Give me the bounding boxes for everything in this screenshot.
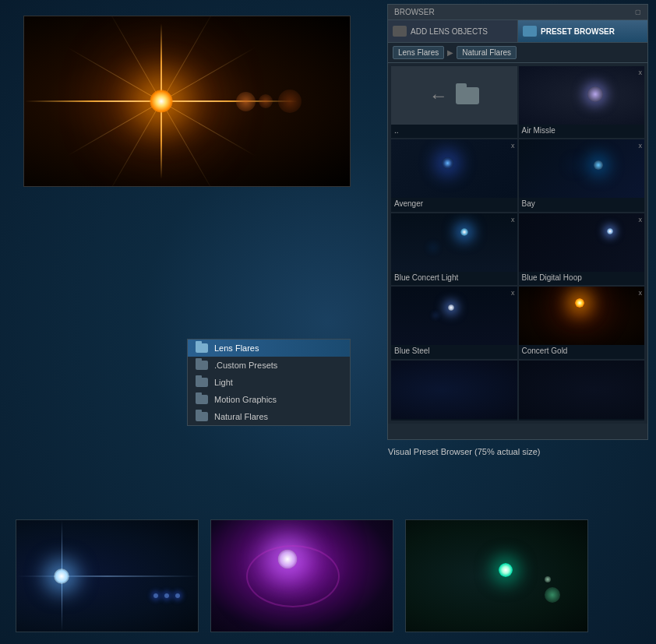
avenger-close-icon[interactable]: x bbox=[511, 142, 515, 150]
avenger-label: Avenger bbox=[391, 198, 517, 209]
dropdown-label-natural-flares: Natural Flares bbox=[214, 412, 268, 421]
bay-thumb bbox=[519, 139, 645, 198]
folder-icon-natural-flares bbox=[196, 412, 208, 421]
preset-browser-button[interactable]: PRESET BROWSER bbox=[518, 20, 647, 42]
dropdown-label-custom-presets: .Custom Presets bbox=[214, 361, 277, 370]
preset-grid[interactable]: ← .. x Air Missle x Avenger x Bay x Bl bbox=[388, 63, 647, 424]
browser-status-bar: Visual Preset Browser (75% actual size) bbox=[388, 447, 540, 456]
green-flare-bright bbox=[499, 563, 513, 577]
browser-status-text: Visual Preset Browser (75% actual size) bbox=[388, 447, 540, 456]
concert-gold-thumb bbox=[519, 287, 645, 345]
dropdown-item-natural-flares[interactable]: Natural Flares bbox=[188, 408, 350, 425]
pink-flare-ring bbox=[246, 545, 340, 607]
add-lens-button[interactable]: ADD LENS OBJECTS bbox=[388, 20, 518, 42]
blue-dot-3 bbox=[175, 593, 180, 598]
back-arrow-icon: ← bbox=[429, 85, 448, 107]
bottom-preview-green[interactable] bbox=[405, 519, 588, 632]
grid-item-bay[interactable]: x Bay bbox=[519, 139, 645, 211]
back-label: .. bbox=[391, 125, 517, 136]
blue-steel-thumb bbox=[391, 287, 517, 345]
blue-dot-1 bbox=[153, 593, 158, 598]
grid-item-concert-gold[interactable]: x Concert Gold bbox=[519, 287, 645, 358]
blue-concert-thumb bbox=[391, 213, 517, 272]
preset-browser-icon bbox=[523, 26, 537, 37]
browser-toolbar: ADD LENS OBJECTS PRESET BROWSER bbox=[388, 20, 647, 43]
grid-item-avenger[interactable]: x Avenger bbox=[391, 139, 517, 211]
bottom-previews bbox=[16, 519, 588, 632]
blue-star-ray-h bbox=[16, 575, 198, 576]
dropdown-item-custom-presets[interactable]: .Custom Presets bbox=[188, 357, 350, 374]
flare-orb-2 bbox=[259, 94, 273, 108]
concert-gold-close-icon[interactable]: x bbox=[639, 289, 643, 297]
dropdown-label-lens-flares: Lens Flares bbox=[214, 343, 259, 353]
breadcrumb-lens-flares[interactable]: Lens Flares bbox=[393, 46, 444, 59]
bay-label: Bay bbox=[519, 198, 645, 209]
blue-steel-label: Blue Steel bbox=[391, 345, 517, 357]
blue-digital-thumb bbox=[519, 213, 645, 272]
grid-item-blue-concert[interactable]: x Blue Concert Light bbox=[391, 213, 517, 285]
partial-thumb-1 bbox=[391, 361, 517, 419]
air-missile-label: Air Missle bbox=[519, 125, 645, 136]
breadcrumb-natural-flares[interactable]: Natural Flares bbox=[457, 46, 517, 59]
dropdown-item-light[interactable]: Light bbox=[188, 374, 350, 391]
folder-icon-light bbox=[196, 378, 208, 387]
blue-digital-close-icon[interactable]: x bbox=[639, 216, 643, 223]
grid-item-partial-2[interactable] bbox=[519, 361, 645, 421]
main-preview-canvas bbox=[24, 16, 350, 186]
breadcrumb-separator: ▶ bbox=[447, 48, 453, 57]
folder-icon-motion-graphics bbox=[196, 395, 208, 404]
blue-dot-2 bbox=[164, 593, 169, 598]
bottom-preview-pink[interactable] bbox=[210, 519, 393, 632]
browser-title-bar: BROWSER ▢ bbox=[388, 5, 647, 20]
grid-item-blue-digital[interactable]: x Blue Digital Hoop bbox=[519, 213, 645, 285]
avenger-thumb bbox=[391, 139, 517, 198]
folder-icon bbox=[456, 87, 479, 104]
browser-panel: BROWSER ▢ ADD LENS OBJECTS PRESET BROWSE… bbox=[387, 4, 648, 440]
blue-star-flare bbox=[54, 568, 69, 584]
folder-icon-lens-flares bbox=[196, 343, 208, 353]
dropdown-label-motion-graphics: Motion Graphics bbox=[214, 395, 277, 404]
dropdown-item-lens-flares[interactable]: Lens Flares bbox=[188, 340, 350, 357]
dropdown-item-motion-graphics[interactable]: Motion Graphics bbox=[188, 391, 350, 408]
minimize-icon[interactable]: ▢ bbox=[635, 9, 641, 16]
concert-gold-label: Concert Gold bbox=[519, 345, 645, 357]
flare-star bbox=[150, 90, 173, 113]
add-lens-icon bbox=[393, 26, 407, 37]
flare-orb-3 bbox=[278, 90, 302, 113]
grid-item-blue-steel[interactable]: x Blue Steel bbox=[391, 287, 517, 358]
blue-concert-close-icon[interactable]: x bbox=[511, 216, 515, 223]
dropdown-menu: Lens Flares .Custom Presets Light Motion… bbox=[187, 339, 351, 426]
folder-icon-custom-presets bbox=[196, 361, 208, 370]
bay-close-icon[interactable]: x bbox=[639, 142, 643, 150]
back-thumb: ← bbox=[391, 66, 517, 125]
grid-item-air-missile[interactable]: x Air Missle bbox=[519, 66, 645, 138]
dropdown-label-light: Light bbox=[214, 378, 233, 387]
browser-title: BROWSER bbox=[394, 8, 435, 16]
air-missile-close-icon[interactable]: x bbox=[639, 69, 643, 76]
breadcrumb-bar: Lens Flares ▶ Natural Flares bbox=[388, 43, 647, 63]
partial-thumb-2 bbox=[519, 361, 645, 419]
green-orb bbox=[545, 587, 560, 603]
blue-steel-close-icon[interactable]: x bbox=[511, 289, 515, 297]
flare-orb-1 bbox=[236, 92, 256, 111]
grid-item-partial-1[interactable] bbox=[391, 361, 517, 421]
blue-digital-label: Blue Digital Hoop bbox=[519, 272, 645, 283]
bottom-preview-blue-star[interactable] bbox=[16, 519, 199, 632]
green-dot bbox=[545, 576, 551, 582]
main-preview-window bbox=[23, 16, 351, 187]
blue-concert-label: Blue Concert Light bbox=[391, 272, 517, 283]
air-missile-thumb bbox=[519, 66, 645, 125]
grid-item-back[interactable]: ← .. bbox=[391, 66, 517, 138]
blue-star-dots bbox=[153, 593, 180, 598]
